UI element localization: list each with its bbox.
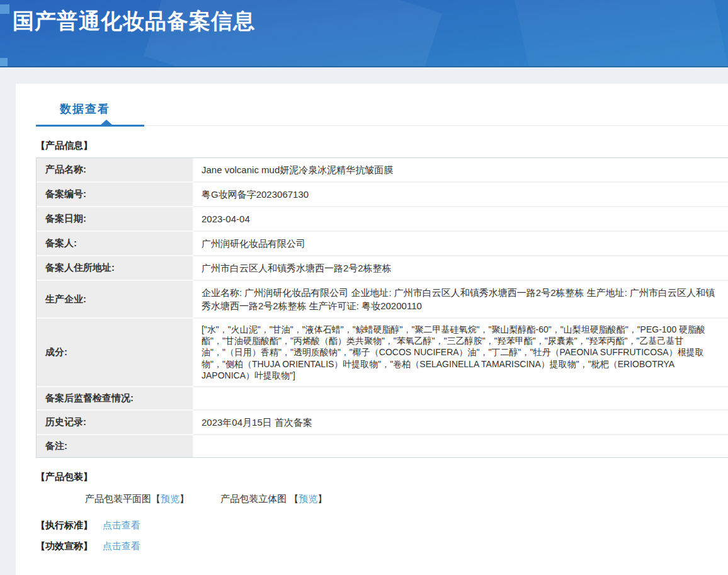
row-value: 广州润研化妆品有限公司	[194, 232, 728, 256]
tab-underline	[36, 125, 728, 127]
table-row: 备案日期: 2023-04-04	[37, 207, 728, 232]
row-value: 广州市白云区人和镇秀水塘西一路2号2栋整栋	[194, 256, 728, 281]
header-deco-square	[0, 4, 9, 14]
row-label: 备注:	[37, 435, 194, 457]
row-value: 2023年04月15日 首次备案	[194, 411, 728, 435]
row-label: 备案人:	[37, 232, 194, 256]
table-row: 备注:	[37, 435, 728, 457]
page-title: 国产普通化妆品备案信息	[13, 7, 255, 36]
packaging-flat-item: 产品包装平面图【预览】	[85, 493, 191, 504]
row-value: 企业名称: 广州润研化妆品有限公司 企业地址: 广州市白云区人和镇秀水塘西一路2…	[194, 281, 728, 319]
table-row: 成分: ["水"，"火山泥"，"甘油"，"液体石蜡"，"鲸蜡硬脂醇"，"聚二甲基…	[37, 319, 728, 387]
table-row: 备案编号: 粤G妆网备字2023067130	[37, 183, 728, 207]
standards-label: 【执行标准】	[36, 520, 93, 530]
row-label: 历史记录:	[37, 411, 194, 435]
row-value: Jane volcanic mud妍泥冷泉冰泥精华抗皱面膜	[194, 158, 728, 183]
table-row: 备案后监督检查情况:	[37, 387, 728, 411]
product-info-table: 产品名称: Jane volcanic mud妍泥冷泉冰泥精华抗皱面膜 备案编号…	[36, 157, 728, 458]
packaging-stereo-item: 产品包装立体图 【预览】	[220, 493, 327, 504]
row-label: 生产企业:	[37, 281, 194, 319]
table-row: 备案人住所地址: 广州市白云区人和镇秀水塘西一路2号2栋整栋	[37, 256, 728, 281]
bracket-open: 【	[151, 493, 161, 504]
row-label: 备案编号:	[37, 183, 194, 207]
efficacy-row: 【功效宣称】点击查看	[36, 540, 728, 552]
row-label: 成分:	[37, 319, 194, 387]
packaging-stereo-label: 产品包装立体图	[220, 493, 287, 504]
header-sheen-shape	[509, 0, 728, 67]
row-label: 产品名称:	[37, 158, 194, 183]
packaging-flat-preview-link[interactable]: 预览	[161, 493, 179, 504]
packaging-row: 产品包装平面图【预览】 产品包装立体图 【预览】	[85, 493, 728, 505]
row-label: 备案人住所地址:	[37, 256, 194, 281]
efficacy-view-link[interactable]: 点击查看	[103, 540, 140, 551]
row-label: 备案日期:	[37, 207, 194, 232]
table-row: 历史记录: 2023年04月15日 首次备案	[37, 411, 728, 435]
section-title-packaging: 【产品包装】	[36, 471, 728, 483]
row-label: 备案后监督检查情况:	[37, 387, 194, 411]
row-value: 粤G妆网备字2023067130	[194, 183, 728, 207]
row-value	[194, 435, 728, 457]
bracket-open: 【	[289, 493, 299, 504]
row-value	[194, 387, 728, 411]
packaging-flat-label: 产品包装平面图	[85, 493, 151, 504]
content-card: 数据查看 【产品信息】 产品名称: Jane volcanic mud妍泥冷泉冰…	[16, 84, 728, 575]
page-header: 国产普通化妆品备案信息	[0, 0, 728, 67]
section-title-product-info: 【产品信息】	[36, 140, 728, 152]
row-value: ["水"，"火山泥"，"甘油"，"液体石蜡"，"鲸蜡硬脂醇"，"聚二甲基硅氧烷"…	[194, 319, 728, 387]
efficacy-label: 【功效宣称】	[36, 540, 93, 551]
standards-view-link[interactable]: 点击查看	[103, 520, 140, 530]
standards-row: 【执行标准】点击查看	[36, 520, 728, 532]
row-value: 2023-04-04	[194, 207, 728, 232]
tab-triangle-icon	[101, 120, 112, 125]
table-row: 生产企业: 企业名称: 广州润研化妆品有限公司 企业地址: 广州市白云区人和镇秀…	[37, 281, 728, 319]
bracket-close: 】	[317, 493, 327, 504]
header-deco-square	[0, 58, 8, 67]
packaging-stereo-preview-link[interactable]: 预览	[299, 493, 317, 504]
tab-active-indicator	[36, 125, 144, 127]
table-row: 产品名称: Jane volcanic mud妍泥冷泉冰泥精华抗皱面膜	[37, 158, 728, 183]
bracket-close: 】	[179, 493, 189, 504]
tab-bar: 数据查看	[36, 101, 728, 127]
table-row: 备案人: 广州润研化妆品有限公司	[37, 232, 728, 256]
